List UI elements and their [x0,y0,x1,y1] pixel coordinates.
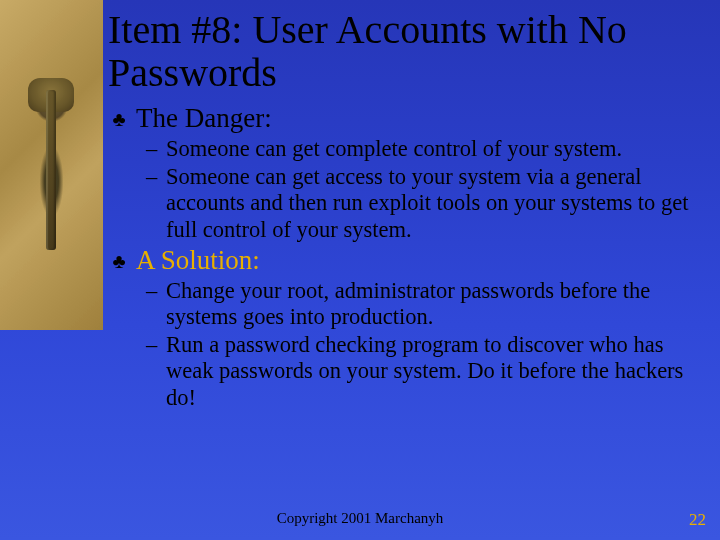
list-item: – Someone can get complete control of yo… [146,136,702,163]
dash-icon: – [146,332,160,359]
solution-list: – Change your root, administrator passwo… [146,278,702,412]
section-label: A Solution: [136,246,260,276]
list-item-text: Someone can get access to your system vi… [166,164,702,244]
list-item-text: Someone can get complete control of your… [166,136,702,163]
section-header: ♣ The Danger: [110,104,706,134]
section-header: ♣ A Solution: [110,246,706,276]
dash-icon: – [146,278,160,305]
dash-icon: – [146,136,160,163]
danger-list: – Someone can get complete control of yo… [146,136,702,243]
club-bullet-icon: ♣ [110,246,128,276]
list-item-text: Run a password checking program to disco… [166,332,702,412]
section-danger: ♣ The Danger: – Someone can get complete… [110,104,706,243]
slide-content: Item #8: User Accounts with No Passwords… [108,8,706,412]
list-item: – Run a password checking program to dis… [146,332,702,412]
club-bullet-icon: ♣ [110,104,128,134]
section-label: The Danger: [136,104,272,134]
copyright-text: Copyright 2001 Marchanyh [0,510,720,527]
list-item-text: Change your root, administrator password… [166,278,702,331]
dash-icon: – [146,164,160,191]
slide: Item #8: User Accounts with No Passwords… [0,0,720,540]
slide-title: Item #8: User Accounts with No Passwords [108,8,706,94]
slide-footer: Copyright 2001 Marchanyh 22 [0,510,720,530]
list-item: – Someone can get access to your system … [146,164,702,244]
section-solution: ♣ A Solution: – Change your root, admini… [110,246,706,412]
list-item: – Change your root, administrator passwo… [146,278,702,331]
decorative-key-image [0,0,103,330]
page-number: 22 [689,510,706,530]
